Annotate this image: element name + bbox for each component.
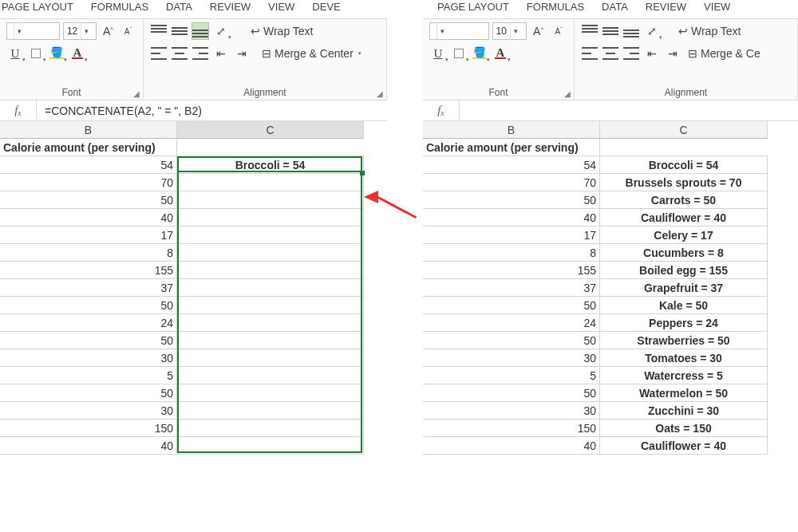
table-row[interactable]: 70: [0, 174, 387, 191]
align-center-button[interactable]: [602, 45, 619, 62]
cell-b[interactable]: 50: [423, 332, 600, 349]
table-row[interactable]: 50: [0, 191, 387, 209]
cell-b[interactable]: 54: [0, 156, 177, 174]
cell-c[interactable]: Kale = 50: [600, 297, 768, 314]
table-row[interactable]: 50: [0, 297, 387, 314]
borders-button[interactable]: ▾: [27, 45, 45, 62]
font-color-button[interactable]: A▾: [69, 45, 86, 62]
fill-color-button[interactable]: 🪣▾: [471, 45, 488, 62]
spreadsheet-grid[interactable]: B C Calorie amount (per serving) 54Brocc…: [0, 121, 387, 455]
table-row[interactable]: 37Grapefruit = 37: [423, 279, 798, 297]
cell-c[interactable]: Carrots = 50: [600, 191, 768, 209]
header-cell-b[interactable]: Calorie amount (per serving): [0, 139, 177, 156]
cell-b[interactable]: 50: [423, 384, 600, 402]
table-row[interactable]: 30Tomatoes = 30: [423, 349, 798, 367]
cell-c[interactable]: Cucumbers = 8: [600, 244, 768, 262]
cell-c[interactable]: [177, 227, 364, 244]
cell-c[interactable]: [177, 279, 364, 297]
cell-b[interactable]: 37: [0, 279, 177, 297]
fill-color-button[interactable]: 🪣▾: [48, 45, 65, 62]
table-row[interactable]: 30: [0, 402, 387, 420]
font-name-combo[interactable]: ▾: [429, 22, 489, 40]
table-row[interactable]: 8: [0, 244, 387, 262]
cell-c[interactable]: Boiled egg = 155: [600, 262, 768, 279]
table-row[interactable]: 24: [0, 314, 387, 332]
cell-c[interactable]: [177, 244, 364, 262]
tab-data[interactable]: DATA: [166, 0, 192, 13]
cell-c[interactable]: [177, 384, 364, 402]
font-size-combo[interactable]: 12▾: [63, 22, 97, 40]
table-row[interactable]: 30: [0, 349, 387, 367]
header-cell-c[interactable]: [177, 139, 364, 156]
align-left-button[interactable]: [150, 45, 168, 62]
dialog-launcher-icon[interactable]: ◢: [377, 89, 383, 98]
cell-b[interactable]: 24: [423, 314, 600, 332]
table-row[interactable]: 150: [0, 420, 387, 437]
align-top-button[interactable]: [581, 22, 598, 40]
cell-b[interactable]: 17: [0, 227, 177, 244]
table-row[interactable]: 50Carrots = 50: [423, 191, 798, 209]
table-row[interactable]: 40: [0, 437, 387, 455]
table-row[interactable]: 37: [0, 279, 387, 297]
tab-view[interactable]: VIEW: [704, 0, 730, 13]
table-row[interactable]: 30Zucchini = 30: [423, 402, 798, 420]
cell-b[interactable]: 17: [423, 227, 600, 244]
increase-font-button[interactable]: A^: [530, 22, 547, 40]
align-top-button[interactable]: [150, 22, 168, 40]
merge-center-button[interactable]: ⊟ Merge & Center▾: [259, 45, 365, 62]
wrap-text-button[interactable]: ↩ Wrap Text: [247, 22, 317, 40]
increase-indent-button[interactable]: ⇥: [664, 45, 681, 62]
table-row[interactable]: 50Kale = 50: [423, 297, 798, 314]
cell-b[interactable]: 150: [423, 420, 600, 437]
cell-b[interactable]: 50: [0, 191, 177, 209]
font-size-combo[interactable]: 10▾: [492, 22, 527, 40]
align-middle-button[interactable]: [171, 22, 188, 40]
table-row[interactable]: 8Cucumbers = 8: [423, 244, 798, 262]
orientation-button[interactable]: ⤢▾: [212, 22, 230, 40]
dialog-launcher-icon[interactable]: ◢: [133, 89, 140, 98]
cell-b[interactable]: 50: [423, 297, 600, 314]
cell-c[interactable]: Watercress = 5: [600, 367, 768, 384]
cell-c[interactable]: [177, 420, 364, 437]
cell-c[interactable]: [177, 332, 364, 349]
tab-formulas[interactable]: FORMULAS: [527, 0, 584, 13]
dialog-launcher-icon[interactable]: ◢: [564, 89, 571, 98]
cell-c[interactable]: Grapefruit = 37: [600, 279, 768, 297]
cell-c[interactable]: [177, 262, 364, 279]
cell-b[interactable]: 70: [423, 174, 600, 191]
header-cell-b[interactable]: Calorie amount (per serving): [423, 139, 600, 156]
cell-c[interactable]: Peppers = 24: [600, 314, 768, 332]
cell-b[interactable]: 30: [423, 349, 600, 367]
decrease-indent-button[interactable]: ⇤: [212, 45, 230, 62]
column-header-b[interactable]: B: [423, 121, 600, 139]
table-row[interactable]: 50: [0, 332, 387, 349]
table-row[interactable]: 54Broccoli = 54: [0, 156, 387, 174]
table-row[interactable]: 50Strawberries = 50: [423, 332, 798, 349]
fx-icon[interactable]: fx: [0, 100, 37, 120]
tab-review[interactable]: REVIEW: [210, 0, 251, 13]
cell-c[interactable]: Cauliflower = 40: [600, 437, 768, 455]
cell-c[interactable]: Zucchini = 30: [600, 402, 768, 420]
align-right-button[interactable]: [192, 45, 209, 62]
cell-b[interactable]: 70: [0, 174, 177, 191]
cell-b[interactable]: 40: [423, 209, 600, 227]
table-row[interactable]: 24Peppers = 24: [423, 314, 798, 332]
cell-b[interactable]: 30: [0, 402, 177, 420]
cell-c[interactable]: Tomatoes = 30: [600, 349, 768, 367]
increase-font-button[interactable]: A^: [100, 22, 117, 40]
cell-b[interactable]: 50: [0, 384, 177, 402]
cell-c[interactable]: [177, 314, 364, 332]
cell-c[interactable]: Cauliflower = 40: [600, 209, 768, 227]
cell-b[interactable]: 150: [0, 420, 177, 437]
font-name-combo[interactable]: ▾: [6, 22, 60, 40]
cell-b[interactable]: 5: [0, 367, 177, 384]
table-row[interactable]: 40Cauliflower = 40: [423, 437, 798, 455]
tab-data[interactable]: DATA: [602, 0, 628, 13]
cell-c[interactable]: [177, 174, 364, 191]
cell-b[interactable]: 5: [423, 367, 600, 384]
align-right-button[interactable]: [622, 45, 640, 62]
cell-b[interactable]: 50: [0, 332, 177, 349]
table-row[interactable]: 5: [0, 367, 387, 384]
column-header-c[interactable]: C: [600, 121, 768, 139]
align-center-button[interactable]: [171, 45, 188, 62]
